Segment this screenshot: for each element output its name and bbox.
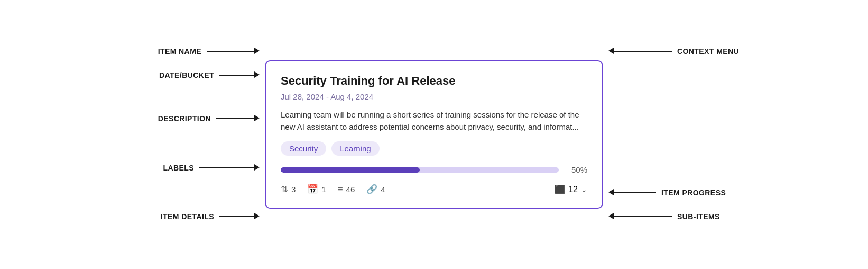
annotation-context-menu: CONTEXT MENU	[608, 47, 739, 56]
card-description: Learning team will be running a short se…	[281, 109, 587, 133]
arrow-item-name	[207, 47, 260, 56]
annotation-date-bucket: DATE/BUCKET	[159, 70, 260, 80]
notes-icon: ≡	[338, 184, 343, 195]
annotation-item-name: ITEM NAME	[158, 47, 260, 56]
detail-iterations[interactable]: ⇅ 3	[281, 184, 296, 195]
progress-bar-bg	[281, 167, 559, 173]
arrow-item-details	[219, 212, 260, 221]
labels-row: Security Learning	[281, 141, 587, 156]
details-row: ⇅ 3 📅 1 ≡ 46 🔗 4 ⬛ 12 ⌄	[281, 184, 587, 195]
arrow-sub-items	[608, 212, 672, 221]
card-title: Security Training for AI Release	[281, 74, 587, 88]
iterations-icon: ⇅	[281, 184, 288, 195]
arrow-description	[216, 114, 260, 123]
arrow-labels	[199, 163, 260, 173]
annotation-labels: LABELS	[163, 163, 260, 173]
annotation-description: DESCRIPTION	[158, 114, 260, 123]
detail-subitems[interactable]: ⬛ 12 ⌄	[555, 184, 587, 194]
arrow-item-progress	[608, 188, 656, 198]
annotation-sub-items: SUB-ITEMS	[608, 212, 720, 221]
page-wrapper: ITEM NAME DATE/BUCKET DESCRIPTION LABELS…	[0, 0, 868, 269]
subitems-value: 12	[568, 185, 578, 194]
arrow-context-menu	[608, 47, 672, 56]
progress-percent: 50%	[565, 165, 587, 174]
progress-bar-fill	[281, 167, 420, 173]
calendar-icon: 📅	[307, 184, 318, 195]
attachments-value: 4	[381, 185, 385, 194]
label-learning[interactable]: Learning	[331, 141, 379, 156]
label-security[interactable]: Security	[281, 141, 326, 156]
detail-calendar[interactable]: 📅 1	[307, 184, 326, 195]
card: Security Training for AI Release Jul 28,…	[265, 60, 603, 209]
detail-attachments[interactable]: 🔗 4	[366, 184, 385, 195]
chevron-down-icon: ⌄	[581, 185, 587, 194]
notes-value: 46	[346, 185, 355, 194]
detail-notes[interactable]: ≡ 46	[338, 184, 355, 195]
progress-row: 50%	[281, 165, 587, 174]
annotation-item-details: ITEM DETAILS	[161, 212, 260, 221]
attachment-icon: 🔗	[366, 184, 377, 195]
subitems-icon: ⬛	[555, 184, 565, 194]
card-date: Jul 28, 2024 - Aug 4, 2024	[281, 92, 587, 101]
arrow-date-bucket	[219, 70, 260, 80]
iterations-value: 3	[291, 185, 296, 194]
calendar-value: 1	[321, 185, 326, 194]
annotation-item-progress: ITEM PROGRESS	[608, 188, 726, 198]
